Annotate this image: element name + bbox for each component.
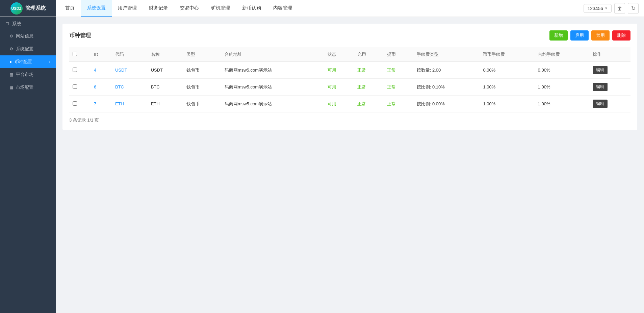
cell-contract: 码商网msw5.com演示站 — [221, 62, 325, 79]
top-nav: USDZ 管理系统 首页系统设置用户管理财务记录交易中心矿机管理新币认购内容管理… — [0, 0, 644, 17]
col-header-0 — [69, 47, 91, 62]
edit-button[interactable]: 编辑 — [593, 100, 608, 108]
cell-coin-fee: 1.00% — [480, 79, 534, 96]
sidebar-icon: ▦ — [9, 85, 13, 90]
dropdown-arrow: ▼ — [604, 6, 608, 10]
sidebar-icon: ▦ — [9, 72, 13, 77]
row-checkbox[interactable] — [73, 84, 77, 89]
col-header-2: 代码 — [112, 47, 148, 62]
sidebar-label: 市场配置 — [16, 84, 33, 90]
table-header: ID代码名称类型合约地址状态充币提币手续费类型币币手续费合约手续费操作 — [69, 47, 630, 62]
coin-table: ID代码名称类型合约地址状态充币提币手续费类型币币手续费合约手续费操作 4USD… — [69, 47, 630, 112]
sidebar-section-system[interactable]: ☐ 系统 — [0, 17, 56, 30]
cell-status: 可用 — [324, 79, 354, 96]
edit-button[interactable]: 编辑 — [593, 66, 608, 74]
table-row: 6BTCBTC钱包币码商网msw5.com演示站可用正常正常按比例: 0.10%… — [69, 79, 630, 96]
table-body: 4USDTUSDT钱包币码商网msw5.com演示站可用正常正常按数量: 2.0… — [69, 62, 630, 112]
logo-icon-text: USDZ — [11, 6, 22, 10]
main-layout: ☐ 系统 ⚙网站信息⚙系统配置●币种配置›▦平台市场▦市场配置 币种管理 新增 … — [0, 17, 644, 313]
page-title: 币种管理 — [69, 32, 91, 39]
username-label: 123456 — [587, 6, 603, 11]
sidebar-item-平台市场[interactable]: ▦平台市场 — [0, 68, 56, 81]
cell-type: 钱包币 — [183, 79, 221, 96]
nav-item-财务记录[interactable]: 财务记录 — [143, 0, 174, 17]
sidebar-label: 币种配置 — [15, 59, 32, 65]
col-header-4: 类型 — [183, 47, 221, 62]
cell-contract: 码商网msw5.com演示站 — [221, 79, 325, 96]
sidebar-label: 系统配置 — [16, 46, 33, 52]
nav-item-首页[interactable]: 首页 — [59, 0, 81, 17]
cell-contract: 码商网msw5.com演示站 — [221, 96, 325, 112]
logo-icon: USDZ — [10, 2, 23, 15]
delete-icon-btn[interactable]: 🗑 — [614, 3, 625, 14]
select-all-checkbox[interactable] — [73, 52, 77, 56]
table-row: 4USDTUSDT钱包币码商网msw5.com演示站可用正常正常按数量: 2.0… — [69, 62, 630, 79]
cell-coin-fee: 0.00% — [480, 62, 534, 79]
sidebar-icon: ⚙ — [9, 34, 13, 38]
cell-id: 6 — [91, 79, 112, 96]
logo-area: USDZ 管理系统 — [0, 0, 56, 17]
refresh-icon-btn[interactable]: ↻ — [628, 3, 639, 14]
page-card: 币种管理 新增 启用 禁用 删除 ID代码名称类型合约地址状态充币提币手续费类型… — [62, 24, 637, 130]
trash-icon: 🗑 — [617, 5, 622, 11]
cell-status: 可用 — [324, 62, 354, 79]
nav-item-内容管理[interactable]: 内容管理 — [267, 0, 298, 17]
sidebar-item-系统配置[interactable]: ⚙系统配置 — [0, 43, 56, 55]
delete-button[interactable]: 删除 — [612, 30, 630, 41]
cell-code: USDT — [112, 62, 148, 79]
nav-item-新币认购[interactable]: 新币认购 — [236, 0, 267, 17]
cell-fee-type: 按比例: 0.10% — [413, 79, 480, 96]
sidebar-section-label: 系统 — [12, 21, 21, 27]
cell-recharge: 正常 — [354, 79, 384, 96]
cell-id: 4 — [91, 62, 112, 79]
col-header-1: ID — [91, 47, 112, 62]
enable-button[interactable]: 启用 — [570, 30, 589, 41]
sidebar-item-币种配置[interactable]: ●币种配置› — [0, 55, 56, 68]
user-dropdown[interactable]: 123456 ▼ — [584, 4, 612, 13]
sidebar-arrow: › — [49, 60, 50, 64]
cell-coin-fee: 1.00% — [480, 96, 534, 112]
cell-id: 7 — [91, 96, 112, 112]
row-checkbox[interactable] — [73, 68, 77, 72]
cell-fee-type: 按数量: 2.00 — [413, 62, 480, 79]
edit-button[interactable]: 编辑 — [593, 83, 608, 91]
cell-status: 可用 — [324, 96, 354, 112]
col-header-10: 币币手续费 — [480, 47, 534, 62]
disable-button[interactable]: 禁用 — [591, 30, 610, 41]
col-header-3: 名称 — [148, 47, 183, 62]
sidebar-item-市场配置[interactable]: ▦市场配置 — [0, 81, 56, 94]
cell-code: BTC — [112, 79, 148, 96]
cell-code: ETH — [112, 96, 148, 112]
refresh-icon: ↻ — [631, 5, 636, 11]
col-header-9: 手续费类型 — [413, 47, 480, 62]
cell-recharge: 正常 — [354, 96, 384, 112]
nav-item-矿机管理[interactable]: 矿机管理 — [205, 0, 236, 17]
row-checkbox[interactable] — [73, 101, 77, 106]
cell-withdraw: 正常 — [384, 62, 413, 79]
add-button[interactable]: 新增 — [549, 30, 568, 41]
sidebar-item-网站信息[interactable]: ⚙网站信息 — [0, 30, 56, 43]
cell-name: BTC — [148, 79, 183, 96]
cell-fee-type: 按比例: 0.00% — [413, 96, 480, 112]
system-section-icon: ☐ — [5, 22, 9, 26]
nav-items: 首页系统设置用户管理财务记录交易中心矿机管理新币认购内容管理 — [56, 0, 584, 17]
sidebar-label: 平台市场 — [16, 72, 33, 78]
cell-action: 编辑 — [589, 79, 630, 96]
cell-type: 钱包币 — [183, 96, 221, 112]
sidebar-label: 网站信息 — [16, 33, 33, 39]
pagination-info: 3 条记录 1/1 页 — [69, 117, 630, 123]
cell-withdraw: 正常 — [384, 79, 413, 96]
cell-contract-fee: 1.00% — [535, 96, 589, 112]
nav-item-交易中心[interactable]: 交易中心 — [174, 0, 205, 17]
col-header-8: 提币 — [384, 47, 413, 62]
sidebar-icon: ● — [9, 59, 12, 64]
nav-item-系统设置[interactable]: 系统设置 — [81, 0, 112, 17]
cell-action: 编辑 — [589, 96, 630, 112]
cell-type: 钱包币 — [183, 62, 221, 79]
cell-name: USDT — [148, 62, 183, 79]
sidebar-icon: ⚙ — [9, 47, 13, 51]
cell-contract-fee: 1.00% — [535, 79, 589, 96]
nav-item-用户管理[interactable]: 用户管理 — [112, 0, 143, 17]
col-header-5: 合约地址 — [221, 47, 325, 62]
header-row: ID代码名称类型合约地址状态充币提币手续费类型币币手续费合约手续费操作 — [69, 47, 630, 62]
